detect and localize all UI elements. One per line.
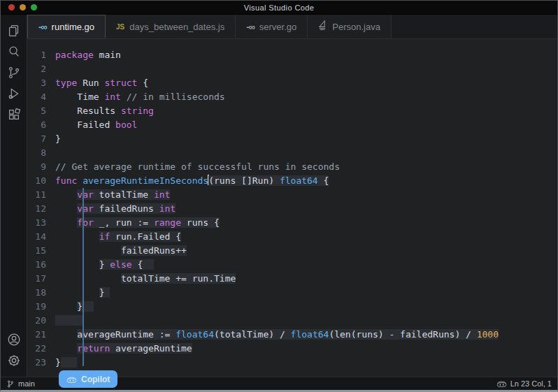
code-text: Failed bool: [55, 118, 137, 132]
code-line[interactable]: 20: [27, 314, 557, 328]
editor-column: -∞ runtime.go JS days_between_dates.js -…: [27, 15, 557, 377]
indent-guide: [83, 188, 84, 366]
code-line[interactable]: 10func averageRuntimeInSeconds(runs []Ru…: [27, 174, 557, 188]
code-token: }: [55, 133, 61, 144]
code-token: float64: [291, 329, 329, 340]
copilot-button[interactable]: Copilot: [59, 370, 117, 388]
code-token: [121, 92, 127, 102]
code-line[interactable]: 14 if run.Failed {: [27, 230, 557, 244]
tab-label: Person.java: [332, 22, 380, 32]
code-token: }: [99, 259, 110, 270]
code-token: [55, 231, 99, 242]
code-line[interactable]: 11 var totalTime int: [27, 188, 557, 202]
code-text: for _, run := range runs {: [55, 216, 220, 230]
code-token: totalTime: [94, 189, 154, 200]
code-token: [55, 217, 77, 228]
code-token: Failed: [55, 119, 115, 130]
code-token: }: [99, 287, 110, 298]
code-token: [55, 287, 99, 298]
code-token: int: [159, 203, 176, 214]
code-token: [55, 273, 121, 284]
code-line[interactable]: 19 }: [27, 300, 557, 314]
tab-server-go[interactable]: -∞ server.go: [236, 15, 308, 38]
code-token: {: [137, 78, 148, 88]
code-token: var: [77, 189, 93, 200]
code-token: averageRuntime: [110, 343, 192, 354]
explorer-icon[interactable]: [3, 20, 24, 41]
git-branch-indicator[interactable]: main: [6, 379, 35, 389]
code-line[interactable]: 4 Time int // in milliseconds: [27, 90, 557, 104]
run-and-debug-icon[interactable]: [3, 83, 24, 104]
code-token: failedRuns++: [121, 245, 187, 256]
java-icon: [318, 20, 327, 33]
code-token: [55, 203, 77, 214]
code-line[interactable]: 16 } else {: [27, 258, 557, 272]
code-token: {: [318, 175, 329, 186]
line-number: 22: [27, 342, 55, 356]
code-token: [61, 357, 77, 368]
code-line[interactable]: 13 for _, run := range runs {: [27, 216, 557, 230]
line-number: 19: [27, 300, 55, 314]
code-line[interactable]: 22 return averageRuntime: [27, 342, 557, 356]
code-lines: 1package main23type Run struct {4 Time i…: [27, 48, 557, 370]
line-number: 18: [27, 286, 55, 300]
account-icon[interactable]: [3, 329, 24, 350]
search-icon[interactable]: [3, 41, 24, 62]
go-icon: -∞: [38, 22, 47, 32]
code-text: package main: [55, 48, 121, 62]
code-line[interactable]: 8: [27, 146, 557, 160]
code-line[interactable]: 15 failedRuns++: [27, 244, 557, 258]
code-token: func: [55, 175, 77, 186]
code-token: main: [94, 50, 121, 60]
title-bar: Visual Studio Code: [1, 1, 557, 15]
code-token: else: [110, 259, 131, 270]
code-line[interactable]: 5 Results string: [27, 104, 557, 118]
code-token: (runs []Run): [208, 175, 280, 186]
code-line[interactable]: 7}: [27, 132, 557, 146]
line-number: 1: [27, 48, 55, 62]
code-text: }: [55, 300, 94, 314]
code-text: }: [55, 132, 61, 146]
tab-person-java[interactable]: Person.java: [308, 15, 392, 38]
body-row: -∞ runtime.go JS days_between_dates.js -…: [1, 15, 557, 377]
activity-bar: [1, 15, 27, 377]
code-line[interactable]: 23}: [27, 356, 557, 370]
code-line[interactable]: 17 totalTime += run.Time: [27, 272, 557, 286]
code-token: string: [121, 106, 154, 116]
copilot-button-label: Copilot: [81, 375, 110, 384]
code-token: [55, 301, 77, 312]
code-token: [55, 189, 77, 200]
code-line[interactable]: 2: [27, 62, 557, 76]
code-token: // in milliseconds: [127, 92, 225, 102]
tab-label: runtime.go: [52, 22, 94, 32]
code-text: func averageRuntimeInSeconds(runs []Run)…: [55, 174, 329, 188]
code-token: runs {: [181, 217, 220, 228]
line-number: 3: [27, 76, 55, 90]
line-number: 12: [27, 202, 55, 216]
code-line[interactable]: 3type Run struct {: [27, 76, 557, 90]
line-number: 9: [27, 160, 55, 174]
code-line[interactable]: 9// Get average runtime of successful ru…: [27, 160, 557, 174]
tab-days-between-dates-js[interactable]: JS days_between_dates.js: [106, 15, 236, 38]
cursor-position-indicator[interactable]: Ln 23 Col, 1: [496, 379, 552, 388]
tab-runtime-go[interactable]: -∞ runtime.go: [27, 15, 106, 38]
line-number: 15: [27, 244, 55, 258]
code-token: }: [77, 301, 93, 312]
line-number: 13: [27, 216, 55, 230]
code-token: failedRuns: [94, 203, 159, 214]
code-token: [55, 343, 77, 354]
code-text: return averageRuntime: [55, 342, 192, 356]
code-line[interactable]: 21 averageRuntime := float64(totalTime) …: [27, 328, 557, 342]
settings-gear-icon[interactable]: [3, 350, 24, 371]
code-line[interactable]: 1package main: [27, 48, 557, 62]
line-number: 6: [27, 118, 55, 132]
code-line[interactable]: 6 Failed bool: [27, 118, 557, 132]
code-token: averageRuntimeInSeconds: [83, 175, 208, 186]
code-line[interactable]: 12 var failedRuns int: [27, 202, 557, 216]
extensions-icon[interactable]: [3, 104, 24, 125]
code-token: [55, 245, 121, 256]
code-line[interactable]: 18 }: [27, 286, 557, 300]
line-number: 23: [27, 356, 55, 370]
source-control-icon[interactable]: [3, 62, 24, 83]
code-editor[interactable]: 1package main23type Run struct {4 Time i…: [27, 39, 557, 377]
